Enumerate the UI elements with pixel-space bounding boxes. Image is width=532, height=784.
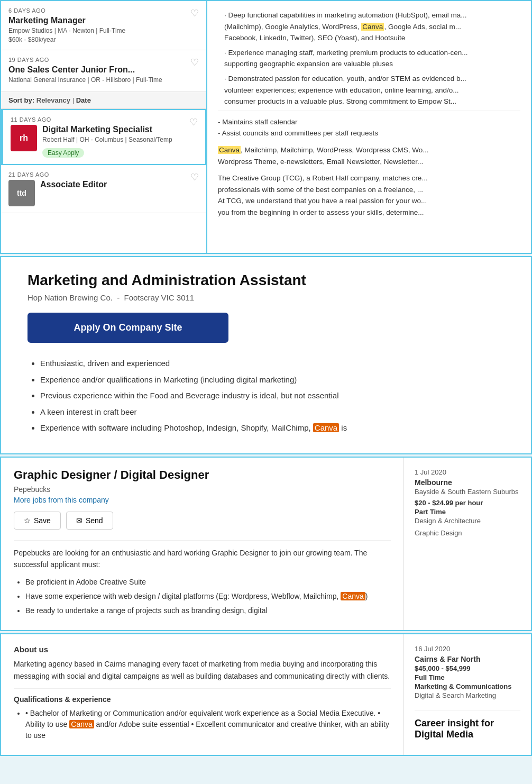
days-ago-2: 19 DAYS AGO <box>8 57 199 63</box>
gd-sublocation: Bayside & South Eastern Suburbs <box>415 488 520 496</box>
save-job-icon-rh[interactable]: ♡ <box>189 116 198 128</box>
lower-sidebar: 16 Jul 2020 Cairns & Far North $45,000 -… <box>404 634 531 755</box>
staff-calendar: - Maintains staff calendar <box>218 116 520 128</box>
mid-section: Marketing and Administration Assistant H… <box>0 256 532 454</box>
lower-location: Cairns & Far North <box>415 655 520 663</box>
graphic-designer-sidebar: 1 Jul 2020 Melbourne Bayside & South Eas… <box>404 458 531 631</box>
detail-bullet-3: · Demonstrated passion for education, yo… <box>224 73 520 107</box>
job-title-rh[interactable]: Digital Marketing Specialist <box>42 125 172 134</box>
about-us-title: About us <box>14 645 391 654</box>
req-2: Experience and/or qualifications in Mark… <box>40 374 505 386</box>
job-card-1[interactable]: ♡ 6 DAYS AGO Marketing Manager Empow Stu… <box>1 1 206 50</box>
pepebucks-name: Pepebucks <box>14 485 391 494</box>
sort-relevancy[interactable]: Relevancy <box>36 96 70 104</box>
canva-highlight-pepebucks: Canva <box>341 592 365 600</box>
ttd-logo: ttd <box>8 180 35 206</box>
mail-icon: ✉ <box>76 516 82 525</box>
save-job-icon-2[interactable]: ♡ <box>190 57 199 68</box>
robert-half-logo: rh <box>11 125 37 151</box>
company-location: Hop Nation Brewing Co. - Footscray VIC 3… <box>27 293 505 302</box>
lower-work-type: Full Time <box>415 673 520 681</box>
canva-highlight-1: Canva <box>361 23 384 31</box>
detail-bullet-2: · Experience managing staff, marketing p… <box>224 47 520 70</box>
pepebucks-req-1: Be proficient in Adobe Creative Suite <box>25 577 391 588</box>
tcg-description: The Creative Group (TCG), a Robert Half … <box>218 172 520 218</box>
pepebucks-req-3: Be ready to undertake a range of project… <box>25 605 391 616</box>
days-ago-rh: 11 DAYS AGO <box>11 116 198 123</box>
more-jobs-link[interactable]: More jobs from this company <box>14 496 109 504</box>
job-requirements-list: Enthusiastic, driven and experienced Exp… <box>27 358 505 434</box>
req-5: Experience with software including Photo… <box>40 422 505 434</box>
job-title-ttd[interactable]: Associate Editor <box>40 180 107 189</box>
sort-date[interactable]: Date <box>76 96 91 104</box>
qual-list: • Bachelor of Marketing or Communication… <box>14 708 391 741</box>
lower-category: Marketing & Communications <box>415 682 520 690</box>
salary-1: $60k - $80k/year <box>8 36 199 43</box>
about-us-text: Marketing agency based in Cairns managin… <box>14 658 391 682</box>
apply-on-company-site-button[interactable]: Apply On Company Site <box>27 313 228 343</box>
sort-bar: Sort by: Relevancy | Date <box>1 92 206 109</box>
graphic-designer-section: Graphic Designer / Digital Designer Pepe… <box>0 457 532 632</box>
gd-date: 1 Jul 2020 <box>415 468 520 476</box>
detail-bullet-1: · Deep functional capabilities in market… <box>224 10 520 44</box>
lower-section: About us Marketing agency based in Cairn… <box>0 633 532 756</box>
gd-subcategory: Graphic Design <box>415 529 520 537</box>
easy-apply-badge: Easy Apply <box>42 148 84 158</box>
send-button[interactable]: ✉ Send <box>66 512 113 530</box>
job-card-2[interactable]: ♡ 19 DAYS AGO One Sales Center Junior Fr… <box>1 50 206 92</box>
graphic-designer-title: Graphic Designer / Digital Designer <box>14 468 391 482</box>
star-icon: ☆ <box>24 516 31 525</box>
company-info-2: National General Insurance | OR - Hillsb… <box>8 76 199 84</box>
save-button[interactable]: ☆ Save <box>14 512 61 530</box>
pepebucks-requirements: Be proficient in Adobe Creative Suite Ha… <box>14 577 391 616</box>
req-4: A keen interest in craft beer <box>40 406 505 418</box>
canva-highlight-lower: Canva <box>69 720 94 728</box>
days-ago-ttd: 21 DAYS AGO <box>8 171 199 178</box>
gd-category: Design & Architecture <box>415 517 520 525</box>
keywords-line: Canva, Mailchimp, Mailchimp, WordPress, … <box>218 144 520 167</box>
company-info-1: Empow Studios | MA - Newton | Full-Time <box>8 27 199 34</box>
gd-location: Melbourne <box>415 478 520 487</box>
job-list-panel: ♡ 6 DAYS AGO Marketing Manager Empow Stu… <box>1 1 207 253</box>
gd-work-type: Part Time <box>415 508 520 516</box>
job-detail-panel: · Deep functional capabilities in market… <box>207 1 531 253</box>
job-title-main: Marketing and Administration Assistant <box>27 272 505 289</box>
lower-date: 16 Jul 2020 <box>415 645 520 653</box>
lower-subcategory: Digital & Search Marketing <box>415 691 520 699</box>
career-insight-block: Career insight for Digital Media <box>415 710 520 740</box>
assist-councils: - Assist councils and committees per sta… <box>218 127 520 139</box>
canva-highlight-2: Canva <box>218 146 241 154</box>
career-insight-title: Career insight for Digital Media <box>415 718 520 740</box>
graphic-designer-left: Graphic Designer / Digital Designer Pepe… <box>1 458 404 631</box>
lower-left-content: About us Marketing agency based in Cairn… <box>1 634 404 755</box>
company-info-rh: Robert Half | OH - Columbus | Seasonal/T… <box>42 136 172 143</box>
qual-item-1: • Bachelor of Marketing or Communication… <box>25 708 391 741</box>
job-card-ttd[interactable]: ♡ 21 DAYS AGO ttd Associate Editor <box>1 165 206 213</box>
qual-title: Qualifications & experience <box>14 695 391 704</box>
gd-salary: $20 - $24.99 per hour <box>415 499 520 507</box>
pepebucks-description: Pepebucks are looking for an enthusiasti… <box>14 540 391 571</box>
req-3: Previous experience within the Food and … <box>40 390 505 402</box>
save-job-icon-1[interactable]: ♡ <box>190 7 199 19</box>
job-card-robert-half[interactable]: ♡ 11 DAYS AGO rh Digital Marketing Speci… <box>1 109 206 165</box>
divider <box>14 688 391 689</box>
job-title-2[interactable]: One Sales Center Junior Fron... <box>8 65 199 75</box>
save-job-icon-ttd[interactable]: ♡ <box>190 171 199 183</box>
canva-highlight-orange: Canva <box>313 423 339 432</box>
pepebucks-req-2: Have some experience with web design / d… <box>25 591 391 602</box>
job-title-1[interactable]: Marketing Manager <box>8 16 199 25</box>
lower-salary: $45,000 - $54,999 <box>415 664 520 672</box>
days-ago-1: 6 DAYS AGO <box>8 7 199 14</box>
req-1: Enthusiastic, driven and experienced <box>40 358 505 370</box>
